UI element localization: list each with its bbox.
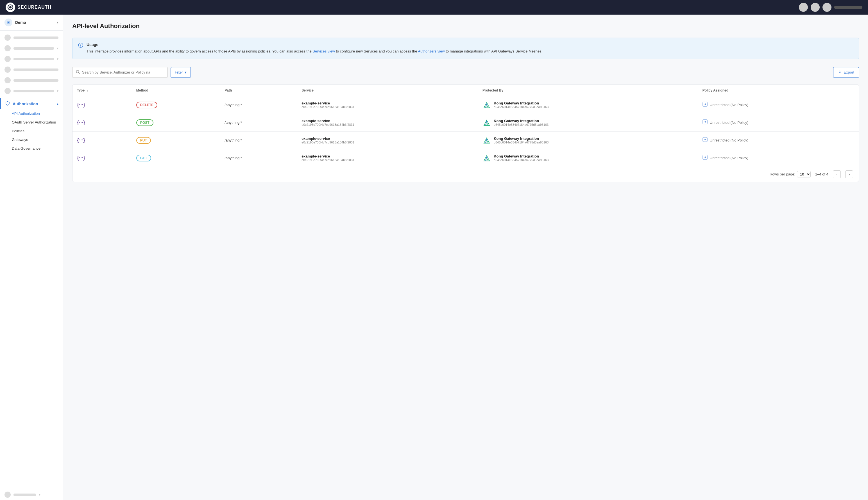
- sidebar-auth-header[interactable]: Authorization ▴: [0, 98, 63, 109]
- policy-cell: Unrestricted (No Policy): [702, 137, 854, 144]
- placeholder-line-bottom: [13, 493, 36, 496]
- table-row: {···}DELETE/anything.*example-servicee0c…: [73, 96, 859, 114]
- sidebar-item-policies[interactable]: Policies: [0, 127, 63, 135]
- cell-service: example-servicee0c2193e700f4c7cb9613a134…: [297, 149, 478, 167]
- service-name: example-service: [301, 154, 474, 158]
- placeholder-circle-1: [4, 35, 11, 41]
- chevron-icon-3: ▾: [57, 57, 58, 61]
- service-name: example-service: [301, 136, 474, 141]
- rows-per-page-label: Rows per page:: [770, 172, 795, 176]
- sidebar-header[interactable]: Demo ▾: [0, 15, 63, 31]
- service-id: e0c2193e700f4c7cb9613a134b6f2831: [301, 158, 474, 162]
- chevron-icon-2: ▾: [57, 46, 58, 50]
- nav-icons: [799, 3, 863, 12]
- protected-id: d645c6014e534b7184a6775d5ea96163: [494, 105, 548, 109]
- info-text-before: This interface provides information abou…: [87, 49, 312, 53]
- service-id: e0c2193e700f4c7cb9613a134b6f2831: [301, 141, 474, 144]
- cell-protected-by: Kong Gateway Integration d645c6014e534b7…: [478, 96, 698, 114]
- usage-info-box: Usage This interface provides informatio…: [72, 38, 859, 59]
- service-id: e0c2193e700f4c7cb9613a134b6f2831: [301, 105, 474, 109]
- page-title: API-level Authorization: [72, 22, 859, 30]
- protected-by-cell: Kong Gateway Integration d645c6014e534b7…: [482, 101, 693, 109]
- sidebar-item-oauth-server[interactable]: OAuth Server Authorization: [0, 118, 63, 127]
- main-layout: Demo ▾ ▾ ▾: [0, 15, 868, 500]
- placeholder-circle-5: [4, 77, 11, 83]
- cell-protected-by: Kong Gateway Integration d645c6014e534b7…: [478, 114, 698, 132]
- sidebar-placeholder-item-6[interactable]: ▾: [0, 86, 63, 96]
- filter-label: Filter: [175, 70, 183, 75]
- protected-by-cell: Kong Gateway Integration d645c6014e534b7…: [482, 118, 693, 127]
- placeholder-line-4: [13, 68, 58, 71]
- pagination-next-button[interactable]: ›: [845, 170, 853, 178]
- placeholder-line-2: [13, 47, 54, 50]
- filter-button[interactable]: Filter ▾: [170, 67, 191, 78]
- col-type: Type ↑: [73, 85, 132, 96]
- policy-text: Unrestricted (No Policy): [710, 103, 748, 107]
- sidebar-placeholder-item-3[interactable]: ▾: [0, 54, 63, 64]
- sidebar-placeholder-item-1[interactable]: [0, 32, 63, 43]
- svg-point-6: [80, 44, 81, 45]
- export-label: Export: [844, 70, 854, 75]
- sidebar-placeholder-item-4[interactable]: [0, 64, 63, 75]
- svg-point-23: [486, 139, 488, 140]
- logo-text: SECUREAUTH: [18, 5, 52, 10]
- sidebar-item-api-authorization[interactable]: API Authorization: [0, 109, 63, 118]
- cell-type: {···}: [73, 96, 132, 114]
- kong-logo-icon: [482, 136, 491, 145]
- export-button[interactable]: Export: [833, 67, 859, 78]
- sidebar-item-gateways[interactable]: Gateways: [0, 135, 63, 144]
- placeholder-circle-4: [4, 67, 11, 73]
- chevron-icon-6: ▾: [57, 89, 58, 93]
- sidebar-placeholder-item-5[interactable]: [0, 75, 63, 86]
- protected-info: Kong Gateway Integration d645c6014e534b7…: [494, 101, 548, 109]
- policy-arrow-icon: [702, 102, 708, 108]
- svg-rect-5: [80, 45, 81, 47]
- svg-line-8: [79, 73, 80, 74]
- cell-method: GET: [132, 149, 220, 167]
- service-name: example-service: [301, 119, 474, 123]
- rows-per-page-select[interactable]: 10 25 50: [797, 171, 811, 178]
- top-navigation: SECUREAUTH: [0, 0, 868, 15]
- cell-path: /anything.*: [220, 149, 297, 167]
- service-id: e0c2193e700f4c7cb9613a134b6f2831: [301, 123, 474, 126]
- nav-avatar-1[interactable]: [799, 3, 808, 12]
- sidebar-bottom-item[interactable]: ▾: [0, 489, 63, 500]
- method-badge: POST: [136, 119, 153, 126]
- authorizers-view-link[interactable]: Authorizers view: [418, 49, 445, 53]
- search-input[interactable]: [82, 70, 164, 75]
- cell-method: PUT: [132, 132, 220, 149]
- search-wrapper[interactable]: [72, 67, 168, 78]
- protected-by-cell: Kong Gateway Integration d645c6014e534b7…: [482, 154, 693, 162]
- svg-point-1: [9, 6, 12, 9]
- cell-policy: Unrestricted (No Policy): [698, 96, 859, 114]
- pagination-prev-button[interactable]: ‹: [833, 170, 841, 178]
- placeholder-line-3: [13, 58, 54, 60]
- sidebar-item-data-governance[interactable]: Data Governance: [0, 144, 63, 153]
- protected-name: Kong Gateway Integration: [494, 101, 548, 105]
- col-protected-by: Protected By: [478, 85, 698, 96]
- cell-protected-by: Kong Gateway Integration d645c6014e534b7…: [478, 149, 698, 167]
- placeholder-circle-2: [4, 45, 11, 52]
- protected-by-cell: Kong Gateway Integration d645c6014e534b7…: [482, 136, 693, 145]
- sort-icon-type[interactable]: ↑: [87, 89, 88, 92]
- type-bracket-icon: {···}: [77, 120, 85, 125]
- sidebar: Demo ▾ ▾ ▾: [0, 15, 63, 500]
- sidebar-auth-section: Authorization ▴ API Authorization OAuth …: [0, 98, 63, 153]
- cell-type: {···}: [73, 132, 132, 149]
- placeholder-line-5: [13, 79, 58, 82]
- svg-point-3: [8, 22, 9, 23]
- sidebar-placeholders: ▾ ▾ ▾: [0, 31, 63, 98]
- table-header-row: Type ↑ Method Path Service Protected By …: [73, 85, 859, 96]
- protected-id: d645c6014e534b7184a6775d5ea96163: [494, 141, 548, 144]
- info-circle-icon: [78, 43, 83, 55]
- nav-avatar-3[interactable]: [823, 3, 832, 12]
- cell-service: example-servicee0c2193e700f4c7cb9613a134…: [297, 96, 478, 114]
- sidebar-placeholder-item-2[interactable]: ▾: [0, 43, 63, 54]
- services-view-link[interactable]: Services view: [312, 49, 335, 53]
- nav-avatar-2[interactable]: [811, 3, 820, 12]
- logo-icon: [5, 2, 15, 12]
- method-badge: GET: [136, 155, 151, 161]
- policy-text: Unrestricted (No Policy): [710, 156, 748, 160]
- logo: SECUREAUTH: [5, 2, 52, 12]
- table-row: {···}POST/anything.*example-servicee0c21…: [73, 114, 859, 132]
